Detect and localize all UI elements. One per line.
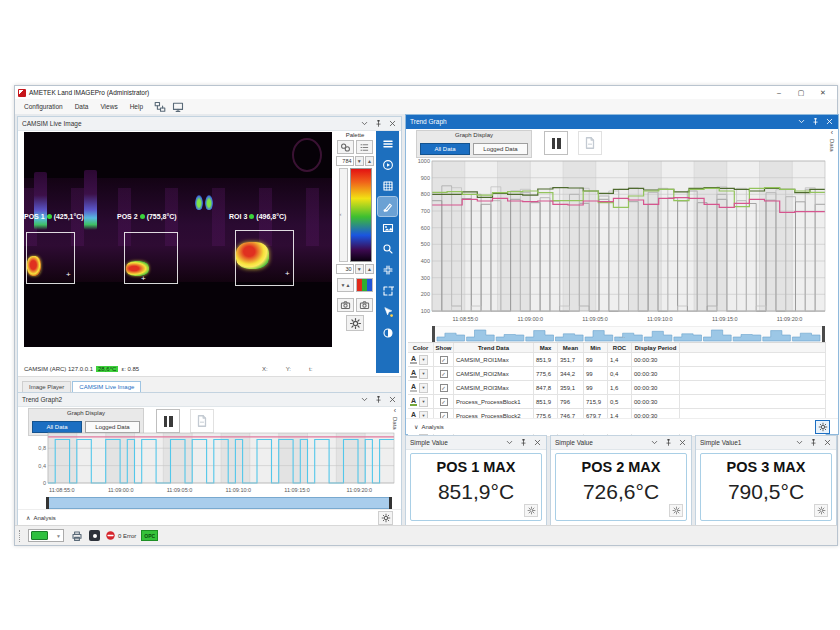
printer-icon[interactable] xyxy=(69,529,84,542)
show-cell[interactable]: ✓ xyxy=(434,367,454,380)
image-icon[interactable] xyxy=(378,218,397,237)
minimize-button[interactable]: – xyxy=(768,87,790,99)
column-header[interactable]: Mean xyxy=(558,343,584,352)
collapse-left-icon[interactable]: ‹ xyxy=(831,130,833,136)
pin-icon[interactable] xyxy=(519,438,528,447)
trend2-range-scrollbar[interactable] xyxy=(46,497,392,509)
checkbox-checked-icon[interactable]: ✓ xyxy=(440,356,448,364)
show-cell[interactable]: ✓ xyxy=(434,381,454,394)
drag-handle[interactable] xyxy=(19,530,23,542)
chevron-down-icon[interactable]: ▼ xyxy=(419,397,428,407)
checkbox-checked-icon[interactable]: ✓ xyxy=(440,370,448,378)
chevron-down-icon[interactable]: ∨ xyxy=(414,423,418,430)
range-handle-left[interactable] xyxy=(46,497,49,509)
color-cell[interactable]: A▼ xyxy=(408,381,434,394)
monitor-icon[interactable] xyxy=(171,101,185,113)
column-header[interactable]: Trend Data xyxy=(454,343,534,352)
palette-select-button[interactable] xyxy=(337,140,354,154)
pause-button[interactable] xyxy=(544,131,568,155)
menu-item-configuration[interactable]: Configuration xyxy=(18,101,69,112)
trend2-chart[interactable]: 0,80,4011:08:55:011:09:00:011:09:05:011:… xyxy=(20,431,398,495)
roi-box-pos2[interactable] xyxy=(124,232,178,284)
play-circle-icon[interactable] xyxy=(378,155,397,174)
chevron-down-icon[interactable] xyxy=(795,438,804,447)
chevron-down-icon[interactable]: ▼ xyxy=(419,355,428,365)
palette-min-up-button[interactable]: ▲ xyxy=(365,264,374,274)
close-icon[interactable] xyxy=(823,438,832,447)
color-cell[interactable]: A▼ xyxy=(408,367,434,380)
shrink-icon[interactable] xyxy=(378,260,397,279)
palette-settings-gear[interactable] xyxy=(346,315,364,331)
palette-color-button[interactable] xyxy=(356,278,373,292)
close-icon[interactable] xyxy=(678,438,687,447)
tab-image-player[interactable]: Image Player xyxy=(22,381,71,392)
column-header[interactable]: Show xyxy=(434,343,454,352)
palette-min-down-button[interactable]: ▼ xyxy=(355,264,364,274)
record-icon[interactable] xyxy=(89,530,100,541)
error-indicator[interactable]: 0 Error xyxy=(105,529,136,542)
logged-data-button[interactable]: Logged Data xyxy=(473,143,528,155)
chevron-down-icon[interactable] xyxy=(360,119,369,128)
camera-status-combo[interactable]: ▼ xyxy=(28,529,64,542)
expand-icon[interactable] xyxy=(378,281,397,300)
range-handle-right[interactable] xyxy=(389,497,392,509)
zoom-icon[interactable] xyxy=(378,239,397,258)
menu-item-help[interactable]: Help xyxy=(124,101,149,112)
pause-button[interactable] xyxy=(156,409,180,433)
trend-main-chart[interactable]: 100090080070060050040030020010011:08:55:… xyxy=(408,159,829,325)
hamburger-menu-icon[interactable] xyxy=(378,134,397,153)
network-icon[interactable] xyxy=(153,101,167,113)
table-grid-icon[interactable] xyxy=(378,176,397,195)
column-header[interactable]: Display Period xyxy=(632,343,680,352)
thermal-image[interactable]: POS 1(425,1°C) POS 2(755,8°C) ROI 3(496,… xyxy=(24,132,332,347)
pin-icon[interactable] xyxy=(811,117,820,126)
table-row[interactable]: A▼✓CAMSIM_ROI1Max851,9351,7991,400:00:30 xyxy=(408,353,826,367)
close-icon[interactable] xyxy=(533,438,542,447)
chevron-down-icon[interactable] xyxy=(360,395,369,404)
pin-icon[interactable] xyxy=(809,438,818,447)
collapse-left-icon[interactable]: ‹ xyxy=(394,408,396,414)
palette-max-down-button[interactable]: ▼ xyxy=(355,156,364,166)
paint-brush-icon[interactable] xyxy=(378,197,397,216)
column-header[interactable]: Color xyxy=(408,343,434,352)
chevron-down-icon[interactable] xyxy=(650,438,659,447)
maximize-button[interactable]: ▢ xyxy=(790,87,812,99)
column-header[interactable]: Max xyxy=(534,343,558,352)
simple-value-settings-gear[interactable] xyxy=(524,504,538,517)
report-button[interactable] xyxy=(190,409,214,433)
snapshot-video-button[interactable] xyxy=(356,298,373,312)
chevron-down-icon[interactable] xyxy=(797,117,806,126)
opc-status-badge[interactable]: OPC xyxy=(141,530,158,541)
menu-item-views[interactable]: Views xyxy=(94,101,123,112)
palette-min-input[interactable]: 30 xyxy=(336,264,354,274)
menu-item-data[interactable]: Data xyxy=(69,101,95,112)
all-data-button[interactable]: All Data xyxy=(420,143,470,155)
contrast-icon[interactable] xyxy=(378,323,397,342)
splitter-handle[interactable]: ⋯ xyxy=(406,334,838,340)
simple-value-settings-gear[interactable] xyxy=(814,504,828,517)
checkbox-checked-icon[interactable]: ✓ xyxy=(440,384,448,392)
pin-icon[interactable] xyxy=(374,395,383,404)
column-header[interactable]: ROC xyxy=(608,343,632,352)
chevron-down-icon[interactable]: ▼ xyxy=(419,383,428,393)
table-row[interactable]: A▼✓Process_ProcessBlock1851,9796715,90,5… xyxy=(408,395,826,409)
close-button[interactable]: ✕ xyxy=(812,87,834,99)
close-icon[interactable] xyxy=(388,395,397,404)
chevron-down-icon[interactable] xyxy=(505,438,514,447)
data-side-tab[interactable]: ‹ Data xyxy=(826,130,838,152)
pin-icon[interactable] xyxy=(374,119,383,128)
color-cell[interactable]: A▼ xyxy=(408,353,434,366)
auto-scale-button[interactable]: ▼▲ xyxy=(337,278,354,292)
palette-max-up-button[interactable]: ▲ xyxy=(365,156,374,166)
checkbox-checked-icon[interactable]: ✓ xyxy=(440,398,448,406)
snapshot-image-button[interactable] xyxy=(337,298,354,312)
trend-settings-gear[interactable] xyxy=(815,420,830,434)
trend2-settings-gear[interactable] xyxy=(378,511,393,525)
pin-icon[interactable] xyxy=(664,438,673,447)
scale-list-button[interactable] xyxy=(356,140,373,154)
table-row[interactable]: A▼✓CAMSIM_ROI3Max847,8359,1991,600:00:30 xyxy=(408,381,826,395)
chevron-down-icon[interactable]: ▼ xyxy=(419,369,428,379)
close-icon[interactable] xyxy=(388,119,397,128)
simple-value-settings-gear[interactable] xyxy=(669,504,683,517)
show-cell[interactable]: ✓ xyxy=(434,353,454,366)
